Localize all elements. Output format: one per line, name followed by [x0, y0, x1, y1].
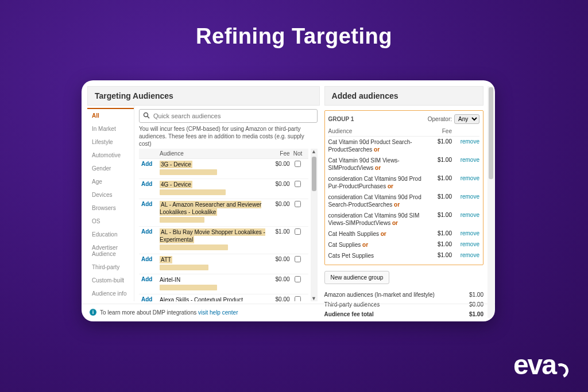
new-audience-group-button[interactable]: New audience group	[324, 271, 390, 284]
audience-fee: $0.00	[267, 276, 290, 282]
added-audience-name: Cats Pet Supplies	[328, 252, 424, 259]
eva-logo: eva	[513, 349, 568, 381]
search-input[interactable]	[153, 112, 314, 119]
sidebar-item-gender[interactable]: Gender	[87, 162, 134, 175]
not-checkbox[interactable]	[295, 228, 301, 235]
added-audience-name: Cat Vitamin 90d SIM Views-SIMProductView…	[328, 157, 424, 172]
audience-row: AddAlexa Skills - Contextual Product Cat…	[139, 294, 308, 301]
added-audience-row: Cat Vitamin 90d Product Search-ProductSe…	[328, 137, 479, 155]
targeting-header: Targeting Audiences	[87, 86, 320, 106]
sidebar-item-browsers[interactable]: Browsers	[87, 201, 134, 215]
add-link[interactable]: Add	[141, 296, 160, 301]
sidebar-item-in-market[interactable]: In Market	[87, 122, 134, 135]
add-link[interactable]: Add	[141, 228, 160, 235]
not-checkbox[interactable]	[295, 256, 301, 262]
not-checkbox[interactable]	[295, 296, 301, 301]
audience-fee: $0.00	[267, 161, 290, 167]
operator-select[interactable]: Any	[454, 114, 479, 124]
audience-name: ATTx	[160, 256, 267, 272]
add-link[interactable]: Add	[141, 256, 160, 262]
audience-row: Add3G - Devicex$0.00	[139, 159, 308, 179]
added-audience-name: Cat Health Supplies or	[328, 230, 424, 238]
add-link[interactable]: Add	[141, 181, 160, 187]
sidebar-item-education[interactable]: Education	[87, 228, 134, 241]
sidebar-item-custom-built[interactable]: Custom-built	[87, 274, 134, 287]
remove-link[interactable]: remove	[454, 212, 479, 218]
scroll-down-icon[interactable]: ▼	[311, 296, 318, 301]
added-audience-row: Cats Pet Supplies $1.00remove	[328, 250, 479, 261]
sidebar-item-devices[interactable]: Devices	[87, 188, 134, 201]
not-checkbox[interactable]	[295, 201, 301, 207]
operator-label: Operator:	[428, 116, 452, 122]
col-add-blank	[141, 150, 160, 157]
added-audience-fee: $1.00	[427, 241, 452, 247]
remove-link[interactable]: remove	[454, 157, 479, 163]
audience-name: AL - Blu Ray Movie Shopper Lookalikes - …	[160, 228, 267, 252]
audience-row: AddAL - Amazon Researcher and Reviewer L…	[139, 199, 308, 227]
not-checkbox[interactable]	[295, 161, 301, 167]
audience-row: Add4G - Devicex$0.00	[139, 179, 308, 199]
info-icon: i	[90, 309, 96, 316]
added-col-audience: Audience	[328, 128, 424, 134]
sidebar-item-os[interactable]: OS	[87, 215, 134, 228]
search-input-wrap[interactable]	[139, 109, 318, 123]
added-col-fee: Fee	[427, 128, 452, 134]
scroll-up-icon[interactable]: ▲	[311, 149, 318, 154]
added-audience-fee: $1.00	[427, 157, 452, 163]
sidebar-item-all[interactable]: All	[87, 108, 134, 122]
added-audience-name: Cat Vitamin 90d Product Search-ProductSe…	[328, 138, 424, 153]
remove-link[interactable]: remove	[454, 193, 479, 200]
summary-in-market-fee: $1.00	[449, 292, 483, 298]
audience-name: Alexa Skills - Contextual Product Catego…	[160, 296, 267, 301]
add-link[interactable]: Add	[141, 161, 160, 167]
footer-text: To learn more about DMP integrations	[100, 309, 198, 316]
audience-group: GROUP 1 Operator: Any Audience Fee Cat V…	[324, 110, 483, 265]
sidebar-item-lifestyle[interactable]: Lifestyle	[87, 135, 134, 149]
audience-row: AddATTx$0.00	[139, 254, 308, 274]
scroll-thumb[interactable]	[312, 157, 316, 191]
added-audience-row: Cat Supplies or$1.00remove	[328, 239, 479, 250]
remove-link[interactable]: remove	[454, 138, 479, 145]
added-header: Added audiences	[324, 86, 483, 106]
added-audience-row: Cat Health Supplies or$1.00remove	[328, 228, 479, 239]
sidebar-item-audience-info[interactable]: Audience info	[87, 287, 134, 300]
added-audience-name: consideration Cat Vitamins 90d Prod Pur-…	[328, 175, 424, 190]
add-link[interactable]: Add	[141, 201, 160, 207]
summary-in-market-label: Amazon audiences (In-market and lifestyl…	[324, 292, 449, 298]
panel-scroll-thumb[interactable]	[489, 87, 493, 179]
remove-link[interactable]: remove	[454, 175, 479, 181]
added-audience-fee: $1.00	[427, 193, 452, 200]
sidebar-item-advertiser-audience[interactable]: Advertiser Audience	[87, 241, 134, 261]
added-audience-fee: $1.00	[427, 212, 452, 218]
audience-fee: $0.00	[267, 201, 290, 207]
audience-name: AL - Amazon Researcher and Reviewer Look…	[160, 201, 267, 224]
added-audience-row: consideration Cat Vitamins 90d Prod Pur-…	[328, 173, 479, 192]
added-audience-fee: $1.00	[427, 230, 452, 236]
added-audience-name: Cat Supplies or	[328, 241, 424, 249]
added-audience-row: consideration Cat Vitamins 90d SIM Views…	[328, 210, 479, 228]
group-name: GROUP 1	[328, 116, 354, 122]
remove-link[interactable]: remove	[454, 252, 479, 258]
help-center-link[interactable]: visit help center	[198, 309, 238, 316]
audience-name: 4G - Devicex	[160, 181, 267, 197]
sidebar-item-third-party[interactable]: Third-party	[87, 261, 134, 274]
audience-scrollbar[interactable]: ▲ ▼	[311, 149, 318, 301]
col-fee: Fee	[267, 150, 290, 157]
not-checkbox[interactable]	[295, 276, 301, 282]
category-sidebar: AllIn MarketLifestyleAutomotiveGenderAge…	[87, 106, 134, 301]
add-link[interactable]: Add	[141, 276, 160, 282]
remove-link[interactable]: remove	[454, 241, 479, 247]
audience-table: Audience Fee Not Add3G - Devicex$0.00Add…	[139, 149, 308, 301]
audience-fee: $0.00	[267, 256, 290, 262]
not-checkbox[interactable]	[295, 181, 301, 187]
col-audience: Audience	[160, 150, 267, 157]
svg-line-1	[148, 117, 150, 119]
fees-note: You will incur fees (CPM-based) for usin…	[139, 125, 318, 148]
remove-link[interactable]: remove	[454, 230, 479, 236]
panel-scrollbar[interactable]	[488, 86, 494, 318]
sidebar-item-age[interactable]: Age	[87, 175, 134, 188]
added-audience-fee: $1.00	[427, 138, 452, 145]
page-title: Refining Targeting	[0, 0, 588, 49]
added-audience-fee: $1.00	[427, 175, 452, 181]
sidebar-item-automotive[interactable]: Automotive	[87, 149, 134, 162]
